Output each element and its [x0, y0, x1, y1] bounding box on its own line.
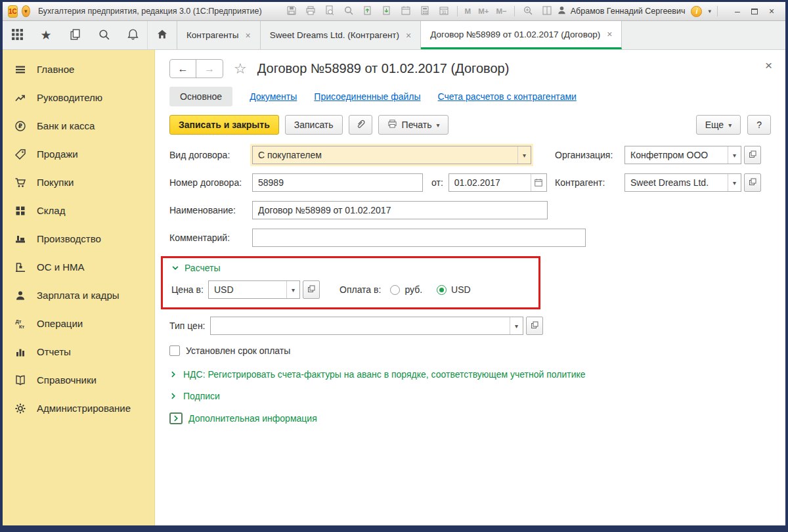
- forward-button[interactable]: →: [196, 60, 223, 78]
- sidebar-item-sales[interactable]: Продажи: [3, 140, 154, 168]
- calendar-icon[interactable]: [531, 174, 546, 191]
- payment-due-label[interactable]: Установлен срок оплаты: [186, 345, 290, 356]
- memory-m-plus-button[interactable]: M+: [478, 7, 489, 15]
- save-button[interactable]: [286, 5, 297, 17]
- name-field[interactable]: Договор №58989 от 01.02.2017: [252, 201, 548, 219]
- vat-section-toggle[interactable]: НДС: Регистрировать счета-фактуры на ава…: [169, 369, 771, 380]
- notifications-button[interactable]: [118, 21, 147, 49]
- sidebar-item-administration[interactable]: Администрирование: [3, 394, 154, 422]
- price-type-open-button[interactable]: [526, 317, 543, 335]
- sidebar-item-warehouse[interactable]: Склад: [3, 196, 154, 225]
- signatures-section-toggle[interactable]: Подписи: [169, 391, 771, 401]
- nav-link-documents[interactable]: Документы: [250, 91, 297, 102]
- calculator-button[interactable]: [419, 5, 431, 17]
- price-currency-open-button[interactable]: [303, 280, 320, 299]
- favorite-star-button[interactable]: ☆: [234, 62, 247, 76]
- nav-link-attached-files[interactable]: Присоединенные файлы: [314, 91, 420, 102]
- payment-due-checkbox[interactable]: [169, 345, 180, 356]
- more-button[interactable]: Еще▾: [696, 115, 741, 135]
- organization-value: Конфетпром ООО: [630, 150, 728, 160]
- ruble-coin-icon: ₽: [12, 120, 28, 132]
- contract-number-field[interactable]: 58989: [252, 173, 423, 192]
- sidebar-item-reports[interactable]: Отчеты: [3, 338, 154, 366]
- maximize-button[interactable]: [746, 5, 763, 18]
- calendar-button[interactable]: [400, 5, 412, 17]
- sidebar-item-directories[interactable]: Справочники: [3, 366, 154, 394]
- payment-usd-radio[interactable]: USD: [437, 284, 471, 295]
- organization-open-button[interactable]: [744, 146, 761, 164]
- history-button[interactable]: [60, 21, 89, 49]
- calculator-icon: [420, 5, 430, 18]
- calculations-section-toggle[interactable]: Расчеты: [171, 263, 531, 273]
- tab-contract[interactable]: Договор №58989 от 01.02.2017 (Договор) ×: [421, 21, 622, 49]
- tab-close-icon[interactable]: ×: [607, 30, 612, 39]
- document-close-button[interactable]: ×: [765, 59, 772, 72]
- payment-rub-radio[interactable]: руб.: [390, 284, 422, 295]
- button-label: Записать: [294, 120, 334, 130]
- chevron-down-icon[interactable]: ▾: [286, 281, 299, 298]
- user-menu[interactable]: Абрамов Геннадий Сергеевич: [557, 5, 686, 17]
- save-and-close-button[interactable]: Записать и закрыть: [169, 115, 279, 135]
- split-window-button[interactable]: [541, 5, 553, 17]
- zoom-button[interactable]: [522, 5, 534, 17]
- all-functions-button[interactable]: [3, 21, 32, 49]
- memory-m-button[interactable]: M: [465, 7, 471, 15]
- chevron-down-icon[interactable]: ▾: [510, 317, 523, 334]
- home-tab[interactable]: [147, 21, 177, 49]
- additional-info-section-toggle[interactable]: Дополнительная информация: [169, 412, 771, 424]
- sidebar-item-operations[interactable]: ДтКтОперации: [3, 309, 154, 338]
- nav-tab-main[interactable]: Основное: [169, 87, 232, 106]
- print-button[interactable]: Печать ▾: [378, 115, 449, 135]
- upload-document-button[interactable]: [362, 5, 374, 17]
- sidebar-item-fixed-assets[interactable]: ОС и НМА: [3, 253, 154, 281]
- print-preview-button[interactable]: [324, 5, 336, 17]
- memory-m-minus-button[interactable]: M−: [496, 7, 506, 15]
- maximize-icon: [751, 9, 758, 14]
- radio-label[interactable]: руб.: [405, 284, 422, 295]
- tab-close-icon[interactable]: ×: [246, 31, 251, 40]
- tab-counterparties[interactable]: Контрагенты ×: [177, 21, 261, 49]
- download-document-button[interactable]: [381, 5, 393, 17]
- date-field[interactable]: 01.02.2017: [449, 173, 547, 192]
- main-menu-button[interactable]: ▾: [22, 5, 30, 17]
- print-button[interactable]: [305, 5, 317, 17]
- price-type-field[interactable]: ▾: [210, 317, 523, 335]
- favorites-button[interactable]: ★: [32, 21, 60, 49]
- info-button[interactable]: i: [691, 6, 702, 17]
- chevron-down-icon[interactable]: ▾: [728, 146, 741, 164]
- counterparty-field[interactable]: Sweet Dreams Ltd. ▾: [624, 173, 741, 192]
- tab-sweet-dreams[interactable]: Sweet Dreams Ltd. (Контрагент) ×: [261, 21, 422, 49]
- sidebar-item-production[interactable]: Производство: [3, 225, 154, 253]
- chevron-down-icon[interactable]: ▾: [517, 146, 531, 164]
- save-button[interactable]: Записать: [285, 115, 343, 135]
- search-button[interactable]: [343, 5, 355, 17]
- star-icon: ★: [40, 29, 51, 41]
- sidebar-item-purchases[interactable]: Покупки: [3, 168, 154, 196]
- chevron-down-icon[interactable]: ▾: [728, 174, 741, 191]
- contract-type-label: Вид договора:: [169, 150, 252, 160]
- price-in-label: Цена в:: [171, 284, 208, 295]
- minimize-button[interactable]: –: [729, 5, 746, 18]
- radio-label[interactable]: USD: [451, 284, 471, 295]
- sidebar-item-bank[interactable]: ₽Банк и касса: [3, 112, 154, 140]
- nav-link-settlement-accounts[interactable]: Счета расчетов с контрагентами: [437, 91, 576, 102]
- organization-field[interactable]: Конфетпром ООО ▾: [624, 146, 741, 164]
- contract-type-field[interactable]: С покупателем ▾: [252, 146, 531, 164]
- calendar-date-button[interactable]: 31: [438, 5, 450, 17]
- sidebar-item-manager[interactable]: Руководителю: [3, 83, 154, 112]
- sidebar-item-salary-hr[interactable]: Зарплата и кадры: [3, 281, 154, 309]
- close-button[interactable]: ×: [763, 5, 780, 18]
- chevron-right-icon: [169, 392, 177, 400]
- button-label: Записать и закрыть: [179, 120, 270, 130]
- counterparty-open-button[interactable]: [744, 173, 761, 192]
- tab-close-icon[interactable]: ×: [406, 31, 411, 40]
- signatures-section-label: Подписи: [183, 391, 220, 401]
- price-currency-field[interactable]: USD ▾: [208, 280, 300, 299]
- help-button[interactable]: ?: [747, 115, 771, 135]
- back-button[interactable]: ←: [170, 60, 196, 78]
- sidebar-item-main[interactable]: Главное: [3, 55, 154, 83]
- attach-file-button[interactable]: [349, 115, 372, 135]
- titlebar-dropdown-button[interactable]: ▾: [708, 8, 711, 14]
- global-search-button[interactable]: [89, 21, 118, 49]
- comment-field[interactable]: [252, 229, 586, 247]
